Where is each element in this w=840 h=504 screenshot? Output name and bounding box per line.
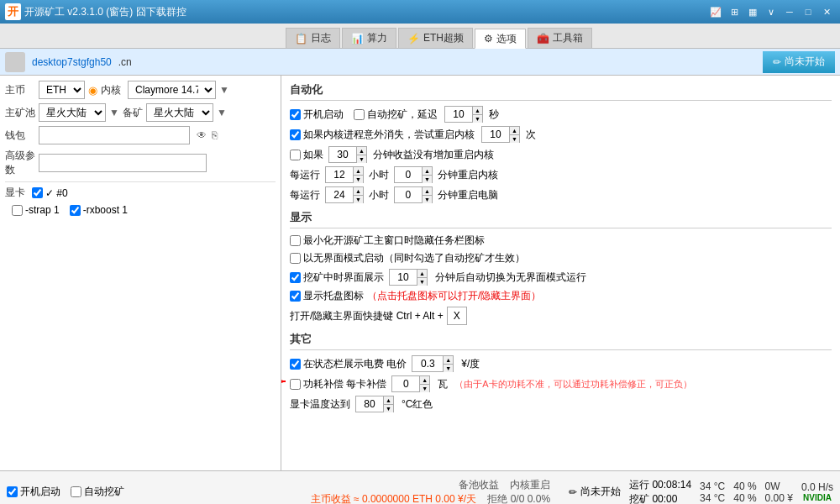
power-price-spinner[interactable]: ▲ ▼ — [412, 355, 454, 372]
hashrate-stat: 0.0 H/s — [801, 481, 833, 493]
tray-icon-checkbox[interactable]: 显示托盘图标 — [290, 289, 364, 303]
power-price-input[interactable] — [412, 356, 443, 371]
advanced-input[interactable] — [39, 154, 207, 172]
backup-select[interactable]: 星火大陆 — [146, 103, 213, 122]
gpu-temp-down[interactable]: ▼ — [384, 405, 393, 412]
run2-hours-down[interactable]: ▼ — [354, 196, 363, 203]
delay-spinner[interactable]: ▲ ▼ — [444, 106, 483, 123]
power-comp-down[interactable]: ▼ — [420, 385, 429, 392]
run2-mins-down[interactable]: ▼ — [423, 196, 432, 203]
restart-count-up[interactable]: ▲ — [510, 127, 519, 135]
show-power-cost-checkbox[interactable]: 在状态栏展示电费 电价 — [290, 357, 407, 371]
run1-hours-spinner[interactable]: ▲ ▼ — [325, 166, 364, 183]
income-minutes-input[interactable] — [329, 147, 356, 162]
copy-icon[interactable]: ⎘ — [212, 129, 218, 141]
bottom-autostart-checkbox[interactable]: 开机启动 — [7, 485, 60, 499]
delay-input[interactable] — [445, 107, 472, 122]
gpu-temp-prefix: 显卡温度达到 — [290, 397, 350, 412]
chart-icon[interactable]: 📈 — [707, 4, 724, 19]
display-switch-spinner[interactable]: ▲ ▼ — [389, 269, 428, 286]
tab-hashrate[interactable]: 📊 算力 — [342, 28, 396, 48]
power-comp-spinner[interactable]: ▲ ▼ — [391, 375, 430, 392]
grid-icon[interactable]: ⊞ — [726, 4, 743, 19]
core-select[interactable]: Claymore 14.7 — [128, 81, 216, 99]
backup-dropdown-icon: ▼ — [217, 107, 227, 118]
headless-checkbox[interactable]: 以无界面模式启动（同时勾选了自动挖矿才生效） — [290, 251, 525, 265]
run1-mins-up[interactable]: ▲ — [423, 167, 432, 176]
run1-mins-spinner[interactable]: ▲ ▼ — [394, 166, 433, 183]
shortcut-key-input[interactable] — [447, 307, 467, 325]
mine-time: 挖矿 00:00 — [629, 492, 691, 505]
gpu-temp-spinner[interactable]: ▲ ▼ — [355, 396, 394, 412]
hide-taskbar-checkbox[interactable]: 最小化开源矿工主窗口时隐藏任务栏图标 — [290, 234, 485, 248]
eye-icon[interactable]: 👁 — [197, 129, 207, 141]
display-switch-down[interactable]: ▼ — [417, 278, 427, 286]
delay-up[interactable]: ▲ — [473, 107, 482, 115]
run1-hours-input[interactable] — [326, 167, 353, 182]
run2-hours-input[interactable] — [326, 187, 353, 202]
delay-unit: 秒 — [489, 108, 499, 122]
run1-hours-up[interactable]: ▲ — [354, 167, 363, 176]
tab-options[interactable]: ⚙ 选项 — [475, 29, 526, 49]
kernel-crash-checkbox[interactable]: 如果内核进程意外消失，尝试重启内核 — [290, 128, 475, 142]
strap-checkbox[interactable]: -strap 1 — [12, 204, 60, 216]
tab-toolbox[interactable]: 🧰 工具箱 — [528, 28, 592, 48]
eth-coin-icon: ◉ — [88, 84, 97, 97]
autostart-checkbox[interactable]: 开机启动 — [290, 108, 344, 122]
run2-suffix: 分钟重启电脑 — [438, 188, 498, 202]
gpu-temp-up[interactable]: ▲ — [384, 396, 393, 405]
run2-hour-label: 小时 — [369, 188, 389, 202]
pool-select[interactable]: 星火大陆 — [39, 103, 106, 122]
run1-mins-down[interactable]: ▼ — [423, 176, 432, 183]
main-layout: 主币 ETH ◉ 内核 Claymore 14.7 ▼ 主矿池 星火大陆 ▼ 备… — [0, 76, 840, 470]
run2-mins-up[interactable]: ▲ — [423, 187, 432, 196]
rxboost-checkbox[interactable]: -rxboost 1 — [70, 204, 128, 216]
main-coin-label: 主币 — [5, 83, 35, 97]
power-price-up[interactable]: ▲ — [444, 356, 453, 365]
run1-suffix: 分钟重启内核 — [438, 168, 498, 182]
start-button[interactable]: ✏ 尚未开始 — [763, 51, 835, 73]
restart-count-input[interactable] — [482, 127, 509, 142]
income-check-checkbox[interactable]: 如果 — [290, 148, 323, 162]
wallet-input[interactable] — [39, 126, 190, 144]
gpu-temp-unit: °C红色 — [402, 397, 433, 412]
run2-hours-up[interactable]: ▲ — [354, 187, 363, 196]
tab-eth-super[interactable]: ⚡ ETH超频 — [398, 28, 473, 48]
auto-mine-checkbox[interactable]: 自动挖矿，延迟 — [354, 108, 438, 122]
minimize-button[interactable]: ─ — [781, 4, 798, 19]
display-section-title: 显示 — [290, 210, 832, 228]
tray-link[interactable]: （点击托盘图标可以打开/隐藏主界面） — [367, 289, 541, 303]
run1-hours-down[interactable]: ▼ — [354, 176, 363, 183]
display-switch-checkbox[interactable]: 挖矿中时界面展示 — [290, 270, 384, 285]
income-minutes-spinner[interactable]: ▲ ▼ — [328, 146, 367, 163]
pencil-icon2: ✏ — [569, 486, 577, 498]
gpu-temp-input[interactable] — [356, 396, 383, 412]
power-price-down[interactable]: ▼ — [444, 365, 453, 372]
power-comp-input[interactable] — [392, 376, 419, 391]
run2-hours-spinner[interactable]: ▲ ▼ — [325, 186, 364, 203]
power-comp-checkbox[interactable]: 功耗补偿 每卡补偿 — [290, 377, 386, 391]
income-minutes-up[interactable]: ▲ — [357, 147, 366, 155]
bottom-automine-checkbox[interactable]: 自动挖矿 — [71, 485, 124, 499]
income-minutes-down[interactable]: ▼ — [357, 155, 366, 163]
restart-count-spinner[interactable]: ▲ ▼ — [481, 126, 520, 143]
pool-label: 主矿池 — [5, 106, 35, 120]
maximize-button[interactable]: □ — [800, 4, 816, 19]
run2-mins-input[interactable] — [395, 187, 422, 202]
wallet-label: 钱包 — [5, 129, 35, 143]
display-switch-up[interactable]: ▲ — [417, 270, 427, 278]
gpu0-checkbox[interactable]: ✓ #0 — [32, 187, 68, 199]
close-button[interactable]: ✕ — [818, 4, 835, 19]
delay-down[interactable]: ▼ — [473, 115, 482, 123]
tab-log[interactable]: 📋 日志 — [286, 28, 340, 48]
restart-count-down[interactable]: ▼ — [510, 135, 519, 143]
display-switch-input[interactable] — [390, 270, 417, 285]
table-icon[interactable]: ▦ — [744, 4, 761, 19]
gpu-label: 显卡 — [5, 186, 25, 200]
run2-mins-spinner[interactable]: ▲ ▼ — [394, 186, 433, 203]
run1-mins-input[interactable] — [395, 167, 422, 182]
chevron-icon[interactable]: ∨ — [763, 4, 780, 19]
main-coin-select[interactable]: ETH — [39, 81, 85, 99]
every-run1-prefix: 每运行 — [290, 168, 320, 182]
power-comp-up[interactable]: ▲ — [420, 376, 429, 385]
